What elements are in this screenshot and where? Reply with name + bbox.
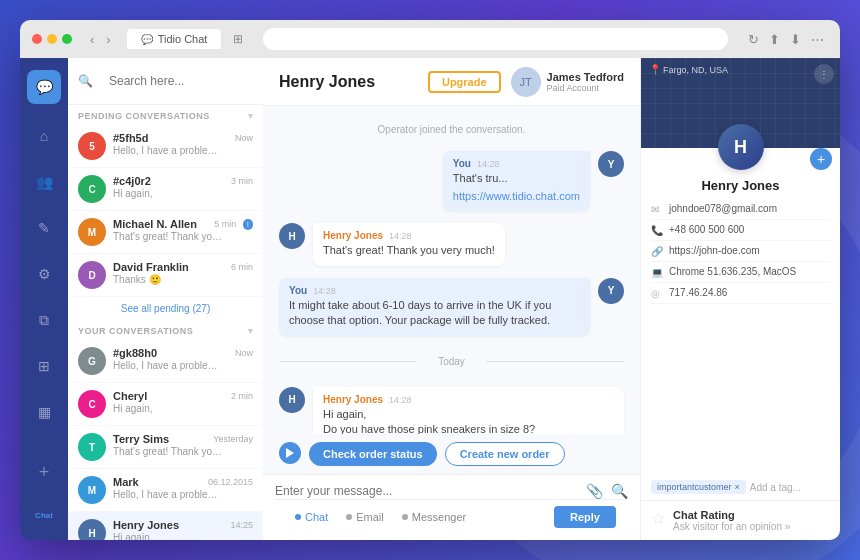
svg-marker-0 [286, 448, 294, 458]
reply-button[interactable]: Reply [554, 506, 616, 528]
tab-icon: 💬 [141, 34, 153, 45]
pending-section-header: PENDING CONVERSATIONS ▾ [68, 105, 263, 125]
dot-yellow[interactable] [47, 34, 57, 44]
more-icon[interactable]: ⋯ [811, 32, 824, 47]
avatar: H [279, 223, 305, 249]
chat-dot [295, 514, 301, 520]
agent-avatar: JT [511, 67, 541, 97]
share-icon[interactable]: ⬆ [769, 32, 780, 47]
dot-green[interactable] [62, 34, 72, 44]
sidebar-icon-add[interactable]: + [30, 458, 58, 486]
message-input[interactable] [275, 484, 578, 498]
sidebar-icon-chat[interactable]: 💬 [27, 70, 61, 104]
phone-icon: 📞 [651, 225, 663, 236]
agent-info: JT James Tedford Paid Account [511, 67, 624, 97]
tag-item: importantcustomer × [651, 480, 746, 494]
message-row-you-2: Y You 14:28 It might take about 6-10 day… [279, 278, 624, 336]
chat-user-name: Henry Jones [279, 73, 375, 91]
avatar: C [78, 175, 106, 203]
nav-forward-btn[interactable]: › [102, 30, 114, 49]
conv-item-terry[interactable]: T Terry Sims Yesterday That's great! Tha… [68, 426, 263, 469]
conversation-list: 🔍 PENDING CONVERSATIONS ▾ 5 #5fh5d Now H… [68, 58, 263, 540]
chat-rating-section: ☆ Chat Rating Ask visitor for an opinion… [641, 500, 840, 540]
location-icon: ◎ [651, 288, 663, 299]
conv-item-mark[interactable]: M Mark 06.12.2015 Hello, I have a proble… [68, 469, 263, 512]
create-new-order-button[interactable]: Create new order [445, 442, 565, 466]
rating-star-icon[interactable]: ☆ [651, 509, 665, 528]
chat-rating-subtitle[interactable]: Ask visitor for an opinion » [673, 521, 830, 532]
email-icon: ✉ [651, 204, 663, 215]
avatar: Y [598, 151, 624, 177]
msg-link[interactable]: https://www.tidio.chat.com [453, 190, 580, 202]
sidebar-narrow: 💬 ⌂ 👥 ✎ ⚙ ⧉ ⊞ ▦ + [20, 58, 68, 540]
avatar: C [78, 390, 106, 418]
map-more-icon[interactable]: ⋮ [814, 64, 834, 84]
browser-dots [32, 34, 72, 44]
chat-header-actions: Upgrade JT James Tedford Paid Account [428, 67, 624, 97]
message-row-you-1: Y You 14:28 That's tru... https://www.ti… [279, 151, 624, 211]
avatar: H [279, 387, 305, 413]
dot-red[interactable] [32, 34, 42, 44]
remove-tag-button[interactable]: × [735, 482, 740, 492]
sidebar-chat-label: Chat [35, 504, 53, 528]
sidebar-icon-edit[interactable]: ✎ [30, 214, 58, 242]
conv-item-c4j0r2[interactable]: C #c4j0r2 3 min Hi again, [68, 168, 263, 211]
avatar: 5 [78, 132, 106, 160]
browser-window: ‹ › 💬 Tidio Chat ⊞ ↻ ⬆ ⬇ ⋯ 💬 ⌂ 👥 [20, 20, 840, 540]
tab-email[interactable]: Email [338, 508, 392, 526]
chat-icon: 💬 [36, 79, 53, 95]
sidebar-icon-users[interactable]: 👥 [30, 168, 58, 196]
chevron-down-icon[interactable]: ▾ [248, 111, 254, 121]
nav-back-btn[interactable]: ‹ [86, 30, 98, 49]
browser-tab[interactable]: 💬 Tidio Chat [127, 29, 222, 49]
agent-name: James Tedford [547, 71, 624, 83]
avatar: H [78, 519, 106, 540]
conv-item-gk88h0[interactable]: G #gk88h0 Now Hello, I have a problem wi… [68, 340, 263, 383]
sidebar-icon-settings[interactable]: ⚙ [30, 260, 58, 288]
avatar: G [78, 347, 106, 375]
conv-item-david[interactable]: D David Franklin 6 min Thanks 🙂 [68, 254, 263, 297]
conv-item-5fh5d[interactable]: 5 #5fh5d Now Hello, I have a problem wit… [68, 125, 263, 168]
upgrade-button[interactable]: Upgrade [428, 71, 501, 93]
chart-icon: ▦ [38, 404, 51, 420]
panel-user-name: Henry Jones [641, 178, 840, 193]
address-bar-actions: ↻ ⬆ ⬇ ⋯ [748, 32, 824, 47]
search-input[interactable] [99, 66, 263, 96]
attachment-icon[interactable]: 📎 [586, 483, 603, 499]
tab-chat[interactable]: Chat [287, 508, 336, 526]
add-button[interactable]: + [810, 148, 832, 170]
add-tag-input[interactable]: Add a tag... [750, 482, 801, 493]
chat-header: Henry Jones Upgrade JT James Tedford Pai… [263, 58, 640, 106]
chat-input-area: 📎 🔍 Chat Email Messenger [263, 474, 640, 540]
grid-icon: ⊞ [38, 358, 50, 374]
conv-item-michael[interactable]: M Michael N. Allen 5 min ! That's great!… [68, 211, 263, 254]
see-all-pending-link[interactable]: See all pending (27) [68, 297, 263, 320]
avatar: M [78, 476, 106, 504]
sidebar-icon-sliders[interactable]: ⧉ [30, 306, 58, 334]
users-icon: 👥 [36, 174, 53, 190]
chat-area: Henry Jones Upgrade JT James Tedford Pai… [263, 58, 640, 540]
messenger-dot [402, 514, 408, 520]
play-icon[interactable] [279, 442, 301, 464]
avatar: Y [598, 278, 624, 304]
message-bubble: Henry Jones 14:28 Hi again,Do you have t… [313, 387, 624, 434]
tab-messenger[interactable]: Messenger [394, 508, 474, 526]
message-bubble: You 14:28 That's tru... https://www.tidi… [443, 151, 590, 211]
ip-row: ◎ 717.46.24.86 [651, 283, 830, 304]
user-avatar-large: H [718, 124, 764, 170]
download-icon[interactable]: ⬇ [790, 32, 801, 47]
conv-item-cheryl[interactable]: C Cheryl 2 min Hi again, [68, 383, 263, 426]
conv-item-henry[interactable]: H Henry Jones 14:25 Hi again, [68, 512, 263, 540]
sidebar-icon-chart[interactable]: ▦ [30, 398, 58, 426]
sidebar-icon-home[interactable]: ⌂ [30, 122, 58, 150]
edit-icon: ✎ [38, 220, 50, 236]
quick-actions: Check order status Create new order [263, 434, 640, 474]
sidebar-icon-grid[interactable]: ⊞ [30, 352, 58, 380]
website-row: 🔗 https://john-doe.com [651, 241, 830, 262]
search-message-icon[interactable]: 🔍 [611, 483, 628, 499]
check-order-status-button[interactable]: Check order status [309, 442, 437, 466]
message-bubble: Henry Jones 14:28 That's great! Thank yo… [313, 223, 505, 265]
chevron-down-icon-2[interactable]: ▾ [248, 326, 254, 336]
location-pin-icon: 📍 [649, 64, 661, 75]
reload-icon[interactable]: ↻ [748, 32, 759, 47]
